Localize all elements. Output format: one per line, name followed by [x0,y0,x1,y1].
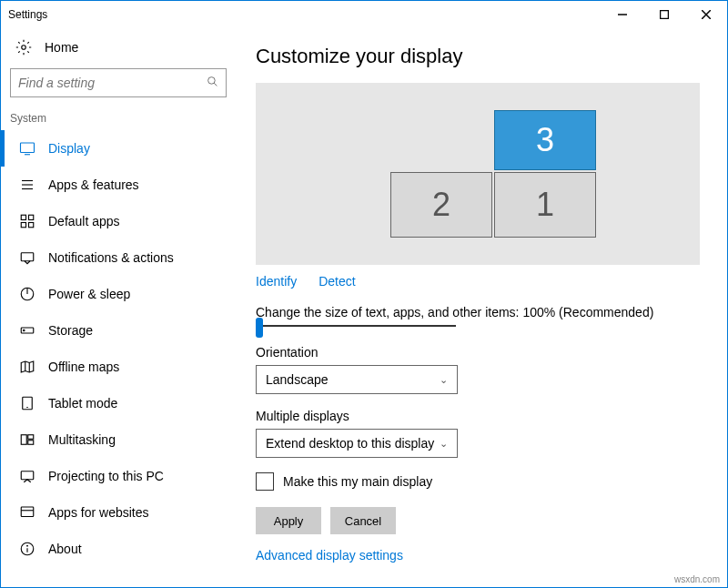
scale-slider[interactable] [256,325,456,327]
svg-rect-7 [21,143,35,153]
close-button[interactable] [685,1,727,28]
sidebar-item-label: Apps for websites [48,505,149,520]
sidebar-item-multitasking[interactable]: Multitasking [1,421,236,458]
monitor-2[interactable]: 2 [390,172,492,238]
orientation-dropdown[interactable]: Landscape ⌄ [256,365,458,394]
sidebar-item-tablet-mode[interactable]: Tablet mode [1,385,236,421]
svg-rect-12 [21,215,25,219]
monitor-number: 3 [536,121,554,159]
home-label: Home [45,40,78,55]
sidebar-item-offline-maps[interactable]: Offline maps [1,349,236,385]
search-icon [207,76,218,90]
apply-button[interactable]: Apply [256,507,321,534]
cancel-button[interactable]: Cancel [330,507,396,534]
svg-rect-27 [28,441,34,445]
sidebar-item-label: Tablet mode [48,396,117,411]
multitasking-icon [19,431,35,448]
chevron-down-icon: ⌄ [440,438,448,450]
detect-link[interactable]: Detect [318,274,355,289]
svg-point-4 [22,46,26,50]
orientation-value: Landscape [266,372,329,387]
multiple-displays-label: Multiple displays [256,409,700,423]
home-button[interactable]: Home [1,28,236,63]
svg-rect-29 [21,507,34,517]
storage-icon [19,322,35,339]
sidebar-item-label: Projecting to this PC [48,469,164,483]
minimize-button[interactable] [602,1,643,28]
svg-line-6 [214,83,217,86]
search-input[interactable] [10,68,227,97]
main-panel: Customize your display 2 1 3 Identify De… [236,28,727,587]
identify-link[interactable]: Identify [256,274,297,289]
monitor-3[interactable]: 3 [494,110,596,170]
projecting-icon [19,468,35,484]
sidebar-item-label: Offline maps [48,360,119,374]
apps-icon [19,177,35,193]
svg-rect-16 [21,253,34,261]
scale-label: Change the size of text, apps, and other… [256,305,700,319]
about-icon [19,541,35,557]
sidebar-item-projecting[interactable]: Projecting to this PC [1,458,236,494]
svg-rect-26 [28,435,34,440]
tablet-icon [19,395,35,411]
svg-rect-15 [29,223,34,228]
page-title: Customize your display [256,45,700,68]
sidebar-item-label: Storage [48,323,93,338]
window-title: Settings [8,8,47,21]
nav: Display Apps & features Default apps Not… [1,130,236,567]
multiple-displays-value: Extend desktop to this display [266,436,434,451]
attribution: wsxdn.com [674,574,720,584]
advanced-display-link[interactable]: Advanced display settings [256,548,403,563]
maximize-button[interactable] [643,1,685,28]
sidebar-item-label: Default apps [48,214,120,228]
sidebar-item-label: Display [48,141,90,156]
svg-point-33 [27,545,28,546]
main-display-checkbox[interactable] [256,472,274,491]
slider-thumb[interactable] [256,318,263,338]
main-display-label: Make this my main display [283,474,432,489]
sidebar-item-default-apps[interactable]: Default apps [1,203,236,239]
power-icon [19,286,35,302]
monitor-number: 1 [536,186,554,224]
gear-icon [15,39,32,56]
sidebar-item-label: About [48,542,82,556]
multiple-displays-dropdown[interactable]: Extend desktop to this display ⌄ [256,429,458,458]
display-arrangement[interactable]: 2 1 3 [256,83,700,265]
display-icon [19,140,35,157]
sidebar-item-notifications[interactable]: Notifications & actions [1,239,236,276]
svg-rect-25 [21,435,26,445]
sidebar-item-label: Multitasking [48,432,116,447]
monitor-number: 2 [432,186,450,224]
svg-point-5 [208,77,216,85]
notifications-icon [19,249,35,266]
default-apps-icon [19,213,35,229]
search-field[interactable] [18,76,207,90]
sidebar-item-apps-websites[interactable]: Apps for websites [1,494,236,531]
orientation-label: Orientation [256,345,700,360]
sidebar-item-about[interactable]: About [1,531,236,567]
monitor-1[interactable]: 1 [494,172,596,238]
sidebar-item-power-sleep[interactable]: Power & sleep [1,276,236,312]
sidebar-item-storage[interactable]: Storage [1,312,236,349]
sidebar-item-label: Notifications & actions [48,250,174,265]
sidebar-item-label: Power & sleep [48,287,130,301]
svg-rect-14 [21,223,25,228]
svg-rect-28 [21,471,34,480]
sidebar-item-display[interactable]: Display [1,130,236,167]
category-label: System [1,106,236,130]
apps-websites-icon [19,504,35,521]
chevron-down-icon: ⌄ [440,374,448,386]
svg-rect-1 [661,11,669,19]
svg-rect-13 [29,215,34,219]
sidebar-item-label: Apps & features [48,177,139,192]
maps-icon [19,359,35,375]
titlebar: Settings [1,1,727,28]
sidebar-item-apps-features[interactable]: Apps & features [1,167,236,203]
sidebar: Home System Display Apps & features Defa… [1,28,236,587]
svg-point-20 [24,329,25,331]
